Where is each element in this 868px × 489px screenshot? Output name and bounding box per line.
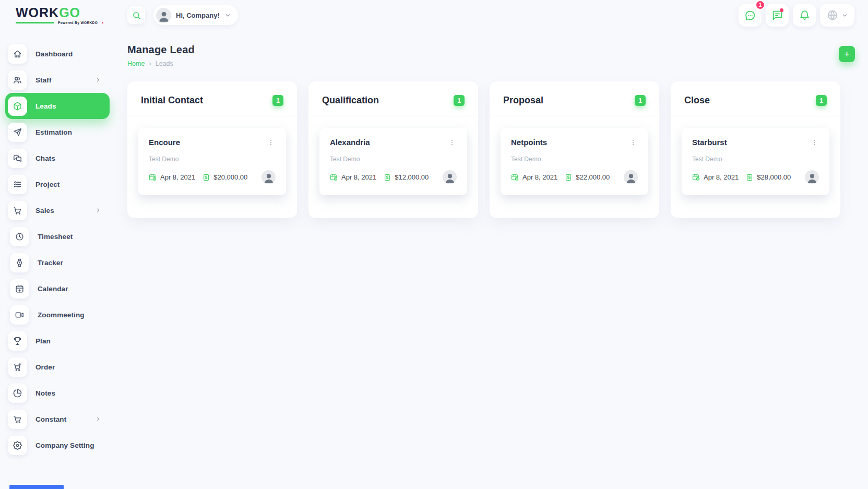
home-icon bbox=[8, 44, 27, 64]
column-drop-area[interactable]: Starburst Test Demo Apr 8, 2021 bbox=[671, 116, 840, 218]
cube-icon bbox=[8, 97, 27, 116]
sidebar-item-dashboard[interactable]: Dashboard bbox=[5, 41, 110, 67]
messages-button[interactable]: 1 bbox=[739, 4, 762, 27]
sidebar-item-timesheet[interactable]: Timesheet bbox=[7, 223, 112, 249]
lead-date: Apr 8, 2021 bbox=[704, 173, 739, 181]
user-avatar bbox=[156, 8, 171, 23]
kanban-column-qualification: Qualification 1 Alexandria Test Demo bbox=[308, 81, 478, 218]
gear-icon bbox=[8, 436, 27, 455]
lead-amount: $22,000.00 bbox=[576, 173, 610, 181]
user-greeting: Hi, Company! bbox=[176, 11, 220, 19]
chat-bubbles-icon bbox=[8, 149, 27, 168]
sidebar-item-calendar[interactable]: Calendar bbox=[7, 276, 112, 302]
sidebar-item-staff[interactable]: Staff bbox=[5, 67, 110, 93]
sidebar: Dashboard Staff Leads Estimation bbox=[0, 28, 113, 458]
notifications-button[interactable] bbox=[793, 4, 816, 27]
main-content: Manage Lead Home › Leads + Initial Conta… bbox=[113, 28, 868, 218]
kebab-menu-icon[interactable] bbox=[447, 138, 457, 147]
cart-icon bbox=[8, 410, 27, 429]
lead-name: Alexandria bbox=[330, 138, 370, 147]
kebab-menu-icon[interactable] bbox=[810, 138, 819, 147]
chevron-down-icon bbox=[841, 12, 848, 19]
column-drop-area[interactable]: Alexandria Test Demo Apr 8, 2021 bbox=[308, 116, 478, 218]
lead-name: Netpoints bbox=[511, 138, 547, 147]
announcements-button[interactable] bbox=[766, 4, 789, 27]
messages-count-badge: 1 bbox=[755, 0, 765, 10]
bottom-left-loading-bar bbox=[9, 485, 64, 489]
sidebar-item-project[interactable]: Project bbox=[5, 171, 110, 197]
lead-name: Starburst bbox=[692, 138, 727, 147]
cart-plus-icon bbox=[8, 357, 27, 377]
users-icon bbox=[8, 70, 27, 90]
chevron-right-icon bbox=[95, 416, 101, 422]
calendar-icon bbox=[10, 279, 29, 299]
video-camera-icon bbox=[10, 305, 29, 325]
announcements-dot-badge bbox=[780, 8, 783, 12]
chevron-right-icon bbox=[95, 77, 101, 83]
lead-description: Test Demo bbox=[330, 156, 457, 163]
task-list-icon bbox=[8, 175, 27, 194]
calendar-clock-icon bbox=[692, 173, 700, 181]
sidebar-item-chats[interactable]: Chats bbox=[5, 145, 110, 171]
calendar-clock-icon bbox=[330, 173, 338, 181]
assignee-avatar[interactable] bbox=[261, 170, 276, 184]
kebab-menu-icon[interactable] bbox=[266, 138, 276, 147]
breadcrumb-current: Leads bbox=[156, 60, 173, 67]
sidebar-item-order[interactable]: Order bbox=[5, 354, 110, 380]
kebab-menu-icon[interactable] bbox=[628, 138, 638, 147]
kanban-column-close: Close 1 Starburst Test Demo bbox=[671, 81, 840, 218]
sidebar-item-estimation[interactable]: Estimation bbox=[5, 119, 110, 145]
clock-icon bbox=[10, 227, 29, 246]
column-drop-area[interactable]: Netpoints Test Demo Apr 8, 2021 bbox=[490, 116, 659, 218]
column-title: Initial Contact bbox=[141, 95, 203, 106]
dollar-note-icon bbox=[565, 174, 572, 181]
globe-icon bbox=[827, 9, 838, 21]
dollar-note-icon bbox=[746, 174, 753, 181]
logo-tagline: Powered By WORKDO bbox=[58, 21, 98, 25]
chat-bubble-icon bbox=[745, 10, 756, 21]
sidebar-item-leads[interactable]: Leads bbox=[5, 93, 110, 119]
lead-card[interactable]: Netpoints Test Demo Apr 8, 2021 bbox=[501, 128, 648, 195]
user-menu[interactable]: Hi, Company! bbox=[153, 5, 238, 25]
bell-icon bbox=[799, 10, 810, 21]
sidebar-item-zoommeeting[interactable]: Zoommeeting bbox=[7, 302, 112, 328]
kanban-board: Initial Contact 1 Encoure Test Demo bbox=[127, 81, 855, 218]
search-button[interactable] bbox=[127, 6, 145, 24]
assignee-avatar[interactable] bbox=[624, 170, 638, 184]
lead-card[interactable]: Encoure Test Demo Apr 8, 2021 bbox=[138, 128, 286, 195]
assignee-avatar[interactable] bbox=[443, 170, 457, 184]
language-selector[interactable] bbox=[820, 4, 854, 27]
sidebar-item-notes[interactable]: Notes bbox=[5, 380, 110, 406]
assignee-avatar[interactable] bbox=[805, 170, 819, 184]
column-drop-area[interactable]: Encoure Test Demo Apr 8, 2021 bbox=[127, 116, 297, 218]
send-icon bbox=[8, 123, 27, 142]
lead-description: Test Demo bbox=[511, 156, 638, 163]
kanban-column-proposal: Proposal 1 Netpoints Test Demo bbox=[490, 81, 659, 218]
lead-date: Apr 8, 2021 bbox=[160, 173, 195, 181]
column-count-badge: 1 bbox=[816, 95, 827, 106]
logo-dot bbox=[102, 22, 103, 23]
workgo-logo[interactable]: WORKGO Powered By WORKDO bbox=[16, 6, 113, 25]
column-count-badge: 1 bbox=[272, 95, 283, 106]
sidebar-item-tracker[interactable]: Tracker bbox=[7, 249, 112, 276]
sidebar-item-company-setting[interactable]: Company Setting bbox=[5, 432, 110, 458]
topbar: WORKGO Powered By WORKDO Hi, Company! 1 bbox=[0, 0, 868, 28]
lead-amount: $20,000.00 bbox=[213, 173, 247, 181]
add-lead-button[interactable]: + bbox=[839, 46, 855, 62]
lead-name: Encoure bbox=[149, 138, 180, 147]
search-icon bbox=[132, 11, 141, 20]
sidebar-item-sales[interactable]: Sales bbox=[5, 197, 110, 223]
lead-amount: $28,000.00 bbox=[757, 173, 791, 181]
dollar-note-icon bbox=[203, 174, 210, 181]
lead-card[interactable]: Starburst Test Demo Apr 8, 2021 bbox=[682, 128, 829, 195]
sidebar-item-plan[interactable]: Plan bbox=[5, 328, 110, 354]
breadcrumb-home-link[interactable]: Home bbox=[127, 60, 145, 67]
lead-description: Test Demo bbox=[692, 156, 819, 163]
column-count-badge: 1 bbox=[454, 95, 465, 106]
breadcrumb-separator: › bbox=[149, 59, 151, 67]
calendar-clock-icon bbox=[149, 173, 157, 181]
lead-card[interactable]: Alexandria Test Demo Apr 8, 2021 bbox=[319, 128, 467, 195]
calendar-clock-icon bbox=[511, 173, 519, 181]
sidebar-item-constant[interactable]: Constant bbox=[5, 406, 110, 432]
column-title: Proposal bbox=[503, 95, 543, 106]
